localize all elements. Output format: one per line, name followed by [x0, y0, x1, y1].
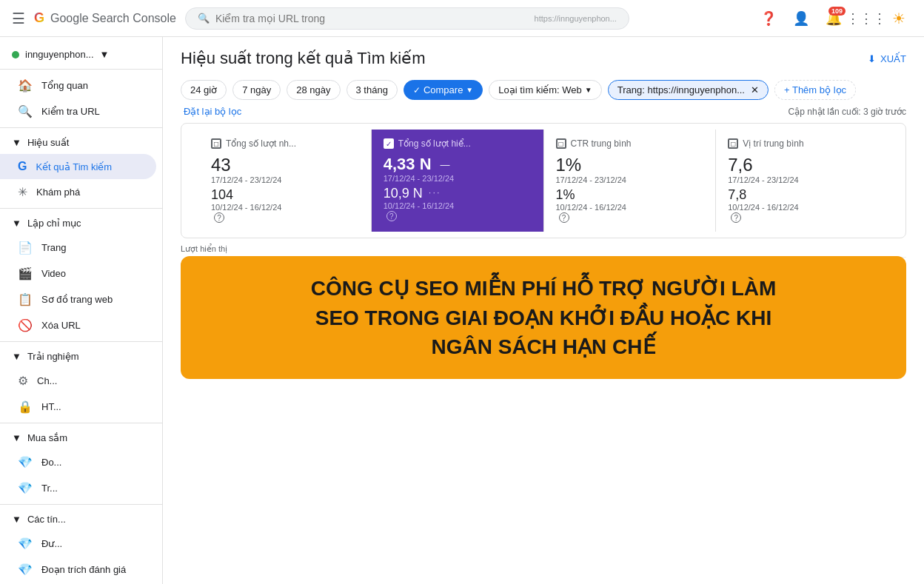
metric-clicks-title: Tổng số lượt nh... [226, 138, 296, 149]
metric-position-checkbox[interactable]: □ [728, 138, 738, 149]
sidebar-divider-2 [0, 127, 162, 128]
sidebar-item-video[interactable]: 🎬 Video [0, 261, 156, 286]
filter-24h[interactable]: 24 giờ [181, 80, 227, 100]
sidebar-label-shop1: Đo... [41, 457, 61, 468]
sidebar-item-tin1[interactable]: 💎 Đư... [0, 531, 156, 557]
metric-clicks-checkbox[interactable]: □ [211, 138, 221, 149]
metric-total-impressions[interactable]: ✓ Tổng số lượt hiể... 4,33 N — 17/12/24 … [372, 130, 544, 232]
lock-icon: 🔒 [18, 400, 33, 414]
download-icon: ⬇ [868, 53, 876, 64]
page-filter-close-icon[interactable]: ✕ [751, 84, 759, 95]
search-type-arrow-icon: ▼ [585, 86, 592, 94]
sidebar-section-rich[interactable]: ▼ Các tín... [0, 508, 162, 531]
account-selector[interactable]: innguyenphon... ▼ [0, 43, 162, 66]
sidebar-item-sitemap[interactable]: 📋 Sơ đồ trang web [0, 286, 156, 312]
metric-impressions-info-icon[interactable]: ? [386, 211, 397, 221]
metric-position-date2: 10/12/24 - 16/12/24 [728, 203, 876, 212]
metric-clicks-header: □ Tổng số lượt nh... [211, 138, 359, 149]
chevron-down-icon-2: ▼ [12, 218, 21, 229]
page-filter-label: Trang: https://innguyenphon... [617, 84, 745, 95]
metric-avg-ctr[interactable]: □ CTR trung bình 1% 17/12/24 - 23/12/24 … [544, 130, 717, 232]
explore-icon: ✳ [18, 185, 27, 199]
metric-ctr-value: 1% [556, 155, 704, 175]
metric-clicks-date1: 17/12/24 - 23/12/24 [211, 175, 359, 184]
metric-position-info-icon[interactable]: ? [731, 212, 741, 223]
apps-button[interactable]: ⋮⋮⋮ [853, 5, 880, 32]
metric-position-value2: 7,8 [728, 187, 876, 203]
metric-ctr-checkbox[interactable]: □ [556, 138, 566, 149]
notification-button[interactable]: 🔔 109 [820, 5, 847, 32]
filter-7days[interactable]: 7 ngày [232, 80, 281, 100]
metric-impressions-header: ✓ Tổng số lượt hiể... [384, 138, 532, 149]
search-bar[interactable]: 🔍 https://innguyenphon... [185, 7, 629, 30]
app-layout: innguyenphon... ▼ 🏠 Tổng quan 🔍 Kiểm tra… [0, 37, 924, 584]
metric-ctr-info-icon[interactable]: ? [559, 212, 569, 223]
shop1-icon: 💎 [18, 455, 33, 469]
metric-clicks-info-icon[interactable]: ? [214, 212, 224, 223]
sidebar-item-tin2[interactable]: 💎 Đoạn trích đánh giá [0, 557, 156, 583]
search-input[interactable] [215, 13, 529, 24]
sidebar-label-tin1: Đư... [41, 538, 62, 549]
sidebar-item-cx1[interactable]: ⚙ Ch... [0, 368, 156, 394]
page-filter[interactable]: Trang: https://innguyenphon... ✕ [608, 80, 769, 100]
sidebar-item-shop1[interactable]: 💎 Đo... [0, 449, 156, 475]
filter-28days[interactable]: 28 ngày [287, 80, 340, 100]
remove-url-icon: 🚫 [18, 318, 33, 332]
sidebar-label-sitemap: Sơ đồ trang web [41, 294, 113, 305]
theme-toggle-button[interactable]: ☀ [886, 5, 912, 32]
export-button[interactable]: ⬇ XUẤT [868, 53, 906, 64]
section-rich-label: Các tín... [27, 514, 66, 525]
section-experience-label: Trải nghiệm [27, 351, 79, 362]
sidebar-label-overview: Tổng quan [41, 80, 88, 91]
sidebar-section-experience[interactable]: ▼ Trải nghiệm [0, 345, 162, 368]
metric-ctr-date1: 17/12/24 - 23/12/24 [556, 175, 704, 184]
metric-clicks-value2: 104 [211, 187, 359, 203]
overlay-line1: CÔNG CỤ SEO MIỄN PHÍ HỖ TRỢ NGƯỜI LÀM [204, 274, 883, 303]
chevron-down-icon-4: ▼ [12, 432, 21, 443]
sidebar-item-explore[interactable]: ✳ Khám phá [0, 179, 156, 205]
search-inspect-icon: 🔍 [18, 104, 33, 118]
overlay-banner: CÔNG CỤ SEO MIỄN PHÍ HỖ TRỢ NGƯỜI LÀM SE… [181, 256, 906, 379]
compare-label: Compare [424, 84, 463, 95]
reset-filter-label: Đặt lại bộ lọc [184, 106, 241, 117]
add-filter-button[interactable]: + Thêm bộ lọc [774, 80, 856, 100]
accounts-button[interactable]: 👤 [788, 5, 814, 32]
compare-arrow-icon: ▼ [466, 86, 473, 94]
google-g-icon: G [34, 10, 44, 26]
filter-3months[interactable]: 3 tháng [346, 80, 398, 100]
sidebar-label-pages: Trang [41, 242, 66, 253]
chevron-down-icon-3: ▼ [12, 351, 21, 362]
topbar: ☰ G Google Search Console 🔍 https://inng… [0, 0, 924, 37]
filter-28days-label: 28 ngày [296, 84, 330, 95]
main-content: Hiệu suất trong kết quả Tìm kiếm ⬇ XUẤT … [163, 37, 924, 584]
metric-ctr-date2: 10/12/24 - 16/12/24 [556, 203, 704, 212]
search-type-filter[interactable]: Loại tìm kiếm: Web ▼ [489, 80, 601, 100]
account-name: innguyenphon... [25, 49, 94, 60]
account-status-dot [12, 51, 19, 58]
help-button[interactable]: ❓ [755, 5, 782, 32]
compare-button[interactable]: ✓ Compare ▼ [404, 80, 483, 100]
reset-filter-button[interactable]: Đặt lại bộ lọc [184, 106, 241, 117]
sidebar-section-index[interactable]: ▼ Lập chỉ mục [0, 212, 162, 235]
metric-impressions-date1: 17/12/24 - 23/12/24 [384, 174, 532, 183]
topbar-actions: ❓ 👤 🔔 109 ⋮⋮⋮ ☀ [755, 5, 912, 32]
sidebar-item-pages[interactable]: 📄 Trang [0, 235, 156, 261]
metric-impressions-date2: 10/12/24 - 16/12/24 [384, 201, 532, 210]
sidebar-section-performance[interactable]: ▼ Hiệu suất [0, 131, 162, 154]
metric-impressions-checkbox[interactable]: ✓ [384, 138, 394, 149]
sidebar-item-cx2[interactable]: 🔒 HT... [0, 394, 156, 420]
sidebar-item-search-results[interactable]: G Kết quả Tim kiếm [0, 154, 156, 179]
sidebar-item-url-check[interactable]: 🔍 Kiểm tra URL [0, 98, 156, 124]
sidebar-item-overview[interactable]: 🏠 Tổng quan [0, 73, 156, 98]
sidebar-section-shopping[interactable]: ▼ Mua sắm [0, 426, 162, 449]
search-type-label: Loại tìm kiếm: Web [498, 84, 582, 95]
sidebar-label-tin2: Đoạn trích đánh giá [41, 564, 126, 575]
search-url-hint: https://innguyenphon... [535, 14, 617, 23]
metric-avg-position[interactable]: □ Vị trí trung bình 7,6 17/12/24 - 23/12… [716, 130, 888, 232]
sitemap-icon: 📋 [18, 292, 33, 306]
metric-total-clicks[interactable]: □ Tổng số lượt nh... 43 17/12/24 - 23/12… [199, 130, 372, 232]
sidebar-item-remove-url[interactable]: 🚫 Xóa URL [0, 312, 156, 338]
sidebar-item-shop2[interactable]: 💎 Tr... [0, 475, 156, 501]
cx1-icon: ⚙ [18, 374, 28, 388]
hamburger-icon[interactable]: ☰ [12, 10, 25, 27]
